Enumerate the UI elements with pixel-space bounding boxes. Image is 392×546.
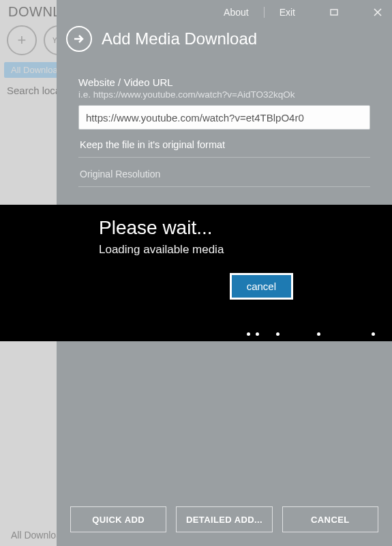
progress-dot-icon [256,332,259,336]
panel-title: Add Media Download [102,29,257,48]
url-label: Website / Video URL [78,76,370,88]
loading-overlay: Please wait... Loading available media c… [0,205,392,341]
loading-title: Please wait... [99,217,392,239]
cancel-button[interactable]: CANCEL [282,506,378,532]
panel-header: About Exit [57,0,392,23]
svg-rect-0 [331,10,337,15]
detailed-add-button[interactable]: DETAILED ADD... [176,506,272,532]
progress-dot-icon [317,332,320,336]
panel-actions: QUICK ADD DETAILED ADD... CANCEL [57,506,392,532]
resolution-option[interactable]: Original Resolution [78,158,370,187]
arrow-right-icon [73,33,85,45]
loading-message: Loading available media [99,243,392,257]
quick-add-button[interactable]: QUICK ADD [70,506,166,532]
close-button[interactable] [370,6,385,18]
progress-dot-icon [247,332,250,336]
panel-title-row: Add Media Download [57,23,392,63]
add-media-form: Website / Video URL i.e. https://www.you… [57,76,392,187]
maximize-button[interactable] [327,6,342,18]
about-link[interactable]: About [224,7,249,18]
format-option[interactable]: Keep the file in it's original format [78,130,370,158]
loading-cancel-button[interactable]: cancel [230,273,293,300]
progress-dot-icon [372,332,375,336]
progress-dot-icon [276,332,280,336]
url-hint: i.e. https://www.youtube.com/watch?v=Aid… [78,89,370,100]
url-input[interactable] [78,105,370,130]
exit-link[interactable]: Exit [280,7,295,18]
progress-dots [0,330,392,337]
close-icon [374,8,382,16]
maximize-icon [330,9,338,16]
go-icon-wrap [66,26,92,52]
